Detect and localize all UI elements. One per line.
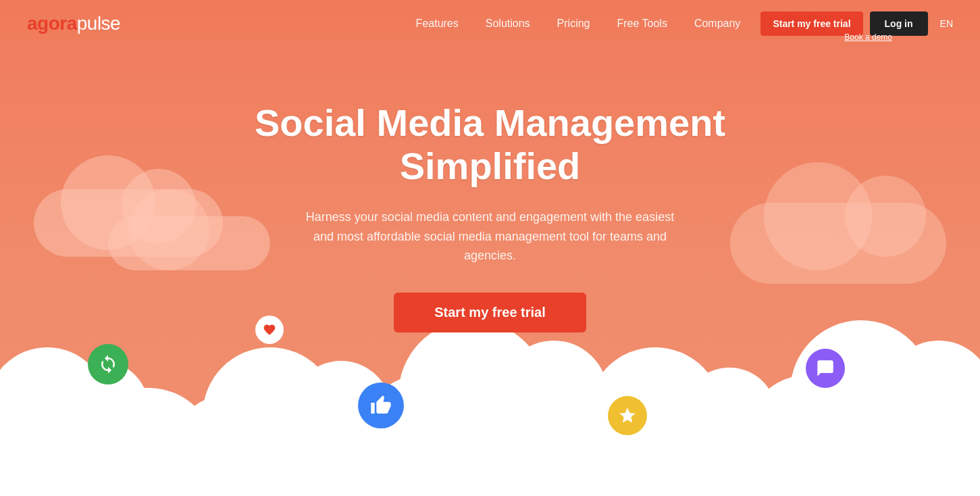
book-demo-link[interactable]: Book a demo	[844, 32, 892, 42]
star-icon	[608, 396, 647, 435]
cloud-bottom-5	[743, 374, 980, 496]
nav-company[interactable]: Company	[694, 18, 740, 30]
hero-title-line2: Simplified	[400, 145, 581, 187]
play-triangle	[416, 359, 424, 369]
navbar: agora pulse Features Solutions Pricing F…	[0, 0, 980, 47]
logo[interactable]: agora pulse	[27, 13, 120, 34]
hero-background: agora pulse Features Solutions Pricing F…	[0, 0, 980, 496]
watch-video-label: Watch this 90 second video.	[436, 358, 571, 370]
hero-trial-button[interactable]: Start my free trial	[394, 293, 586, 332]
hero-content: Social Media Management Simplified Harne…	[0, 47, 980, 374]
nav-free-tools[interactable]: Free Tools	[617, 18, 667, 30]
nav-pricing[interactable]: Pricing	[557, 18, 590, 30]
nav-links: Features Solutions Pricing Free Tools Co…	[416, 18, 741, 30]
heart-icon	[255, 316, 284, 344]
chat-icon	[806, 349, 845, 388]
logo-pulse: pulse	[77, 13, 120, 34]
play-icon	[409, 354, 430, 374]
language-selector[interactable]: EN	[940, 18, 953, 29]
hero-title-line1: Social Media Management	[255, 101, 725, 144]
hero-title: Social Media Management Simplified	[0, 101, 980, 189]
hero-subtitle: Harness your social media content and en…	[301, 207, 679, 266]
nav-solutions[interactable]: Solutions	[486, 18, 530, 30]
thumbs-up-icon	[358, 382, 404, 428]
nav-features[interactable]: Features	[416, 18, 459, 30]
logo-agora: agora	[27, 13, 77, 34]
refresh-icon	[88, 344, 128, 385]
